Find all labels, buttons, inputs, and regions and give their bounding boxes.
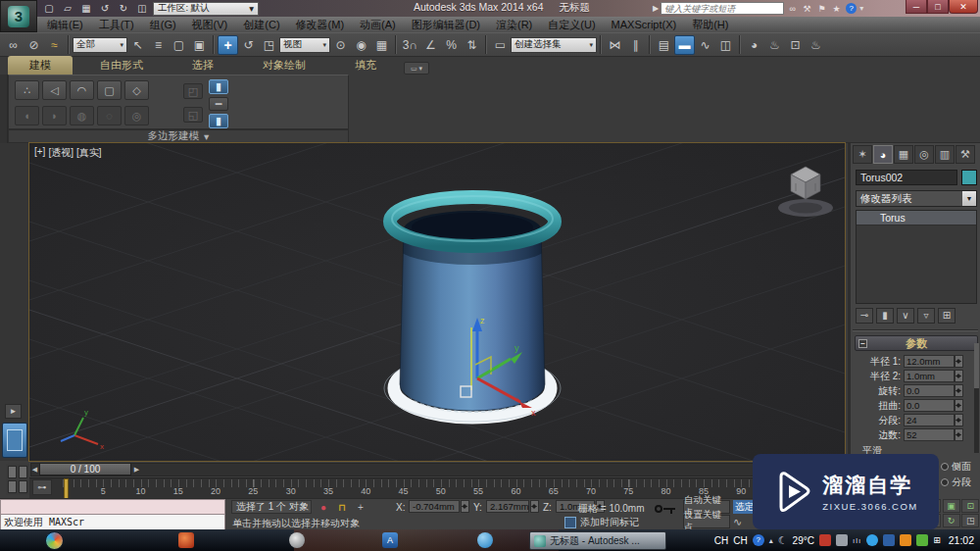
selection-set-dropdown[interactable]: 选定 [733, 500, 755, 514]
parameter-spinner[interactable] [955, 414, 963, 426]
parameter-field[interactable]: 24 [904, 414, 955, 426]
parameter-spinner[interactable] [955, 355, 963, 368]
show-end-result-icon[interactable] [876, 308, 894, 324]
moon-icon[interactable]: ☾ [778, 534, 788, 547]
parameter-field[interactable]: 0.0 [904, 384, 955, 397]
menu-item[interactable]: 修改器(M) [288, 17, 353, 32]
wrench-icon[interactable] [801, 2, 813, 15]
menu-item[interactable]: 组(G) [142, 17, 184, 32]
move-icon[interactable] [218, 35, 238, 55]
zoom-extents-all-icon[interactable] [961, 499, 979, 513]
hierarchy-tab-icon[interactable] [894, 145, 913, 164]
layer-manager-icon[interactable] [654, 35, 674, 55]
taskbar-app4-icon[interactable] [477, 532, 493, 548]
parameter-spinner[interactable] [955, 399, 963, 412]
pivot-center-icon[interactable] [330, 35, 351, 55]
angle-snap-icon[interactable] [420, 35, 441, 55]
vertex-mode-button[interactable]: ∴ [15, 80, 39, 100]
poly-tool-button[interactable]: ◍ [70, 106, 94, 125]
viewport-general-menu[interactable]: [+] [34, 146, 45, 160]
keyboard-override-icon[interactable] [371, 35, 392, 55]
minimize-icon[interactable] [906, 0, 927, 14]
favorites-star-icon[interactable] [830, 2, 843, 15]
menu-item[interactable]: 自定义(U) [540, 17, 603, 32]
pin-tool-button[interactable]: ▮ [209, 79, 228, 94]
tab-modeling[interactable]: 建模 [8, 56, 73, 75]
selection-filter-dropdown[interactable]: 全部 ▾ [73, 37, 127, 53]
new-key-filter-icon[interactable]: ∿ [733, 516, 742, 528]
isolate-pin-icon[interactable] [316, 500, 331, 514]
select-by-name-icon[interactable] [148, 35, 169, 55]
render-setup-icon[interactable] [764, 35, 785, 55]
manipulate-icon[interactable] [351, 35, 371, 55]
x-coordinate-field[interactable]: -0.704mm [409, 500, 460, 513]
parameter-field[interactable]: 1.0mm [904, 370, 955, 382]
communication-icon[interactable] [815, 2, 828, 15]
app-logo-button[interactable]: 3 [0, 0, 37, 32]
parameter-spinner[interactable] [955, 370, 963, 382]
playhead[interactable] [64, 478, 69, 499]
rotate-icon[interactable] [238, 35, 259, 55]
smoothing-option-sides[interactable]: 侧面 [941, 460, 971, 474]
tab-populate[interactable]: 填充 [333, 56, 398, 75]
rendered-frame-icon[interactable] [785, 35, 806, 55]
parameter-field[interactable]: 0.0 [904, 399, 955, 412]
viewport-pov-menu[interactable]: [透视] [48, 146, 74, 160]
modify-tool-button[interactable]: ◰ [183, 83, 203, 99]
parameter-field[interactable]: 52 [904, 428, 955, 441]
smoothing-option-segments[interactable]: 分段 [941, 476, 971, 489]
render-production-icon[interactable] [806, 35, 826, 55]
named-selection-dropdown[interactable]: 创建选择集 ▾ [511, 37, 597, 53]
rect-region-icon[interactable] [169, 35, 189, 55]
taskbar-app2-icon[interactable] [289, 532, 305, 548]
parameter-spinner[interactable] [955, 384, 963, 397]
x-spinner[interactable] [461, 500, 469, 513]
chevron-down-icon[interactable]: ▾ [859, 4, 863, 13]
material-editor-icon[interactable] [744, 35, 764, 55]
tray-red-icon[interactable] [819, 534, 831, 546]
time-slider-handle[interactable]: 0 / 100 [39, 463, 131, 476]
y-coordinate-field[interactable]: 2.167mm [486, 500, 529, 513]
stack-item[interactable]: Torus [857, 211, 976, 225]
taskbar-app1-icon[interactable] [178, 532, 194, 548]
viewport-layout-icon[interactable] [6, 464, 29, 495]
make-unique-icon[interactable] [897, 308, 914, 324]
object-name-field[interactable]: Torus002 [856, 170, 957, 185]
unlink-selection-icon[interactable] [24, 35, 44, 55]
next-frame-icon[interactable]: ▶ [132, 463, 141, 476]
lock-selection-icon[interactable] [334, 500, 350, 514]
viewport-shading-menu[interactable]: [真实] [76, 146, 102, 160]
network-signal-icon[interactable]: ılı [853, 536, 861, 545]
help-icon[interactable] [845, 2, 858, 15]
add-time-tag[interactable]: 添加时间标记 [564, 516, 639, 529]
clip-tool-button[interactable]: ━ [209, 97, 228, 111]
maxscript-mini-listener-pink[interactable] [0, 499, 225, 515]
taskbar-app3-icon[interactable]: A [382, 532, 398, 548]
poly-tool-button[interactable]: ◎ [124, 106, 149, 125]
menu-item[interactable]: 动画(A) [352, 17, 404, 32]
create-tab-icon[interactable] [853, 145, 872, 164]
paste-icon[interactable] [134, 2, 150, 16]
maximize-icon[interactable] [927, 0, 949, 14]
edge-mode-button[interactable]: ◁ [42, 80, 67, 100]
window-crossing-icon[interactable] [189, 35, 210, 55]
xyz-coords-icon[interactable] [353, 500, 368, 514]
parameters-rollout-header[interactable]: − 参数 [855, 335, 978, 351]
security-shield-icon[interactable] [883, 534, 895, 546]
ribbon-toggle-icon[interactable] [674, 35, 695, 55]
configure-sets-icon[interactable] [938, 308, 956, 324]
undo-icon[interactable] [97, 2, 113, 16]
active-task-button[interactable]: 无标题 - Autodesk ... [529, 531, 666, 550]
scale-icon[interactable] [259, 35, 279, 55]
perspective-viewport[interactable]: [+] [透视] [真实] [29, 143, 845, 461]
orbit-icon[interactable] [943, 514, 960, 527]
maxscript-mini-listener-white[interactable]: 欢迎使用 MAXScr [0, 515, 225, 530]
border-mode-button[interactable]: ◠ [70, 80, 94, 100]
schematic-view-icon[interactable] [715, 35, 736, 55]
key-mode-toggle-icon[interactable]: ⊶ [32, 479, 52, 495]
select-and-link-icon[interactable] [3, 35, 24, 55]
element-mode-button[interactable]: ◇ [124, 80, 149, 100]
spinner-snap-icon[interactable] [462, 35, 482, 55]
modify-tab-icon[interactable] [873, 145, 893, 164]
y-spinner[interactable] [530, 500, 539, 513]
